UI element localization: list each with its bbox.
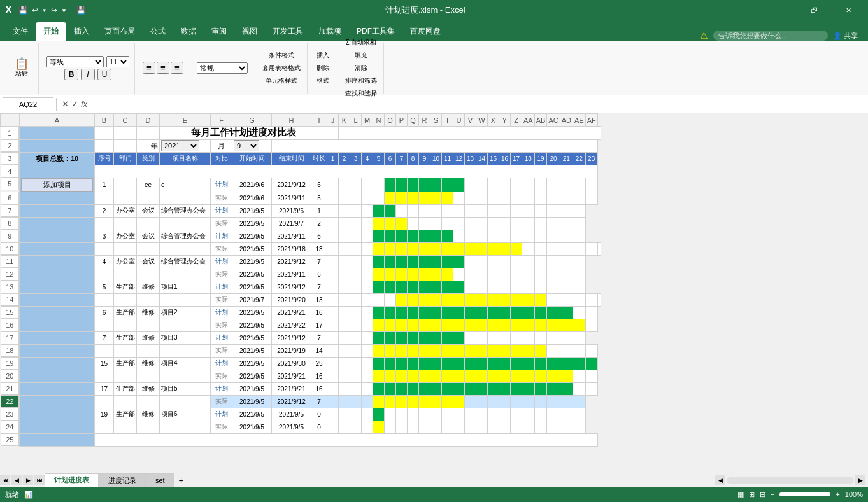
cell-title[interactable]: 每月工作计划进度对比表	[160, 127, 327, 140]
col-header-b[interactable]: B	[95, 114, 114, 127]
cell-h9[interactable]: 2021/9/11	[272, 230, 311, 242]
share-button[interactable]: 👤 共享	[833, 31, 858, 41]
horizontal-scrollbar[interactable]	[727, 477, 854, 484]
restore-button[interactable]: 🗗	[799, 0, 829, 20]
col-header-n[interactable]: N	[373, 114, 385, 127]
col-header-o[interactable]: O	[385, 114, 396, 127]
col-header-f[interactable]: F	[211, 114, 232, 127]
font-family-select[interactable]: 等线	[46, 56, 104, 67]
insert-function-icon[interactable]: fx	[81, 99, 87, 109]
conditional-format-button[interactable]: 条件格式	[267, 50, 295, 61]
cell-i5[interactable]: 6	[311, 178, 327, 192]
cell-h8[interactable]: 2021/9/7	[272, 217, 311, 230]
fill-button[interactable]: 填充	[353, 50, 369, 61]
cell-styles-button[interactable]: 单元格样式	[264, 75, 299, 87]
cell-e5[interactable]: e	[160, 178, 211, 192]
cell-g7[interactable]: 2021/9/5	[232, 204, 272, 217]
cell-g2[interactable]: 9123	[232, 139, 272, 152]
col-header-e[interactable]: E	[160, 114, 211, 127]
align-center-button[interactable]: ≡	[157, 62, 169, 74]
cell-a4[interactable]	[20, 165, 95, 178]
tab-baidu[interactable]: 百度网盘	[402, 22, 448, 41]
col-header-i[interactable]: I	[311, 114, 327, 127]
view-pagebreak-icon[interactable]: ⊟	[760, 491, 765, 499]
cell-i2[interactable]	[311, 139, 327, 152]
cell-a8[interactable]	[20, 217, 95, 230]
cell-d9[interactable]: 会议	[137, 230, 160, 242]
col-header-z[interactable]: Z	[511, 114, 522, 127]
tab-insert[interactable]: 插入	[66, 22, 97, 41]
tab-review[interactable]: 审阅	[204, 22, 234, 41]
grid-container[interactable]: A B C D E F G H I J K L M N O	[0, 113, 868, 473]
cell-a2[interactable]	[20, 139, 95, 152]
bold-button[interactable]: B	[64, 69, 78, 80]
minimize-button[interactable]: —	[765, 0, 794, 20]
col-header-t[interactable]: T	[442, 114, 453, 127]
cell-b1[interactable]	[95, 127, 114, 140]
search-box[interactable]	[713, 31, 828, 41]
col-header-m[interactable]: M	[362, 114, 373, 127]
tab-layout[interactable]: 页面布局	[97, 22, 143, 41]
scroll-right-button[interactable]: ▶	[855, 475, 865, 485]
insert-cells-button[interactable]: 插入	[315, 50, 331, 61]
col-header-p[interactable]: P	[396, 114, 408, 127]
col-header-l[interactable]: L	[350, 114, 362, 127]
formula-input[interactable]	[90, 100, 865, 109]
cell-f10[interactable]: 实际	[211, 242, 232, 255]
row-22[interactable]: 22 实际 2021/9/5 2021/9/12 7	[1, 395, 601, 408]
cell-b2[interactable]	[95, 139, 114, 152]
col-header-ad[interactable]: AD	[560, 114, 573, 127]
number-format-select[interactable]: 常规	[197, 62, 248, 74]
add-project-button[interactable]: 添加项目	[21, 178, 93, 192]
col-header-af[interactable]: AF	[585, 114, 597, 127]
cell-f7[interactable]: 计划	[211, 204, 232, 217]
cell-f9[interactable]: 计划	[211, 230, 232, 242]
cell-a10[interactable]	[20, 242, 95, 255]
cell-a9[interactable]	[20, 230, 95, 242]
cell-a7[interactable]	[20, 204, 95, 217]
sheet-tab-plan[interactable]: 计划进度表	[45, 473, 99, 487]
sheet-scroll-nav[interactable]: ⏮ ◀ ▶ ⏭	[0, 475, 45, 485]
tab-developer[interactable]: 开发工具	[265, 22, 311, 41]
cell-e9[interactable]: 综合管理办公会	[160, 230, 211, 242]
cell-i6[interactable]: 5	[311, 192, 327, 204]
year-select[interactable]: 202120222020	[161, 140, 199, 151]
cell-h5[interactable]: 2021/9/12	[272, 178, 311, 192]
tab-addins[interactable]: 加载项	[311, 22, 349, 41]
undo-icon[interactable]: ↩	[32, 6, 38, 15]
cell-b7[interactable]: 2	[95, 204, 114, 217]
cell-a5[interactable]: 添加项目	[20, 178, 95, 192]
cell-f5[interactable]: 计划	[211, 178, 232, 192]
cell-c5[interactable]	[114, 178, 137, 192]
tab-view[interactable]: 视图	[234, 22, 265, 41]
cell-g8[interactable]: 2021/9/5	[232, 217, 272, 230]
col-header-a[interactable]: A	[20, 114, 95, 127]
cell-b9[interactable]: 3	[95, 230, 114, 242]
scroll-last-sheet-button[interactable]: ⏭	[34, 475, 45, 485]
col-header-u[interactable]: U	[453, 114, 465, 127]
cell-i9[interactable]: 6	[311, 230, 327, 242]
month-select[interactable]: 9123	[234, 140, 259, 151]
cell-g5[interactable]: 2021/9/6	[232, 178, 272, 192]
font-size-select[interactable]: 11	[106, 56, 129, 67]
italic-button[interactable]: I	[81, 69, 95, 80]
cell-g6[interactable]: 2021/9/6	[232, 192, 272, 204]
redo-icon[interactable]: ↪	[51, 6, 57, 15]
cell-a1[interactable]	[20, 127, 95, 140]
cell-d2[interactable]: 年	[137, 139, 160, 152]
cell-c2[interactable]	[114, 139, 137, 152]
undo-dropdown-icon[interactable]: ▼	[42, 8, 47, 13]
sheet-tab-set[interactable]: set	[146, 473, 174, 487]
col-header-aa[interactable]: AA	[522, 114, 535, 127]
cell-i8[interactable]: 2	[311, 217, 327, 230]
col-header-q[interactable]: Q	[408, 114, 419, 127]
find-select-button[interactable]: 查找和选择	[344, 88, 378, 99]
cell-d6[interactable]	[137, 192, 160, 204]
cell-d5[interactable]: ee	[137, 178, 160, 192]
confirm-formula-icon[interactable]: ✓	[71, 99, 78, 109]
autosum-button[interactable]: Σ 自动求和	[345, 37, 378, 48]
col-header-h[interactable]: H	[272, 114, 311, 127]
cell-f6[interactable]: 实际	[211, 192, 232, 204]
name-box[interactable]	[3, 97, 53, 111]
col-header-x[interactable]: X	[488, 114, 499, 127]
